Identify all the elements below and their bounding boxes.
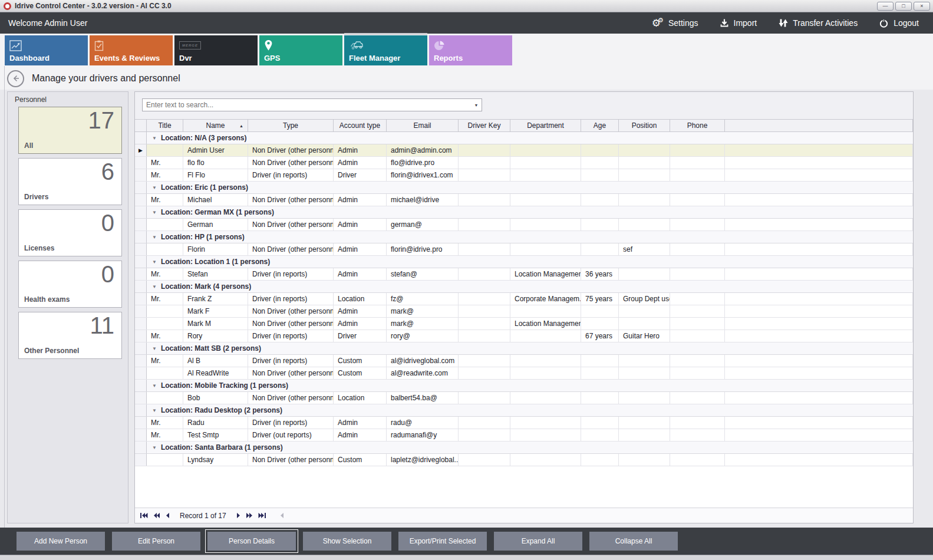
cell-title [147,367,183,379]
edit-person-button[interactable]: Edit Person [112,532,200,551]
personnel-card-drivers[interactable]: 6Drivers [18,158,122,205]
cell-department [510,194,581,206]
column-header-account-type[interactable]: Account type [334,120,387,131]
nav-prev-button[interactable] [166,512,170,519]
maximize-button[interactable]: □ [895,2,912,11]
column-header-title[interactable]: Title [147,120,183,131]
merge-logo-icon: MERGE [179,41,201,50]
table-row[interactable]: Mr.flo floNon Driver (other personnel)Ad… [135,157,913,169]
nav-tile-dvr[interactable]: MERGEDvr [174,35,258,65]
cell-filler [725,157,913,169]
table-row[interactable]: GermanNon Driver (other personnel)Adming… [135,219,913,231]
nav-next-button[interactable] [236,512,240,519]
row-indicator-gutter [135,442,147,453]
personnel-grid: TitleName▲TypeAccount typeEmailDriver Ke… [135,119,913,508]
menu-action-logout[interactable]: Logout [879,18,919,28]
personnel-card-health-exams[interactable]: 0Health exams [18,261,122,308]
cell-title [147,454,183,466]
nav-tile-fleet-manager[interactable]: Fleet Manager [344,35,427,65]
cell-department [510,144,581,156]
personnel-card-licenses[interactable]: 0Licenses [18,209,122,256]
close-button[interactable]: × [914,2,930,11]
group-row[interactable]: ▼Location: Eric (1 persons) [135,182,913,194]
nav-prev-page-button[interactable] [153,512,160,519]
menu-actions: ⚙⚙SettingsImportTransfer ActivitiesLogou… [652,18,933,28]
cell-age [581,194,619,206]
minimize-button[interactable]: — [877,2,894,11]
group-label: Location: HP (1 persons) [161,231,245,243]
row-indicator-gutter [135,243,147,255]
table-row[interactable]: Mark FNon Driver (other personnel)Adminm… [135,305,913,318]
nav-tile-gps[interactable]: GPS [259,35,342,65]
nav-next-page-button[interactable] [246,512,253,519]
back-arrow-icon [11,74,21,83]
cell-account-type: Admin [334,305,387,317]
nav-tile-events[interactable]: Events & Reviews [90,35,173,65]
group-row[interactable]: ▼Location: Santa Barbara (1 persons) [135,442,913,454]
table-row[interactable]: Mr.Al BDriver (in reports)Customal@idriv… [135,355,913,367]
hscroll-left-button[interactable] [280,512,284,519]
group-row[interactable]: ▼Location: Mobile Tracking (1 persons) [135,380,913,392]
cell-type: Driver (in reports) [248,330,334,342]
table-row[interactable]: Mark MNon Driver (other personnel)Adminm… [135,318,913,330]
cell-name: Mark M [183,318,248,330]
menu-action-transfer[interactable]: Transfer Activities [778,18,858,28]
cell-department [510,330,581,342]
column-header-driver-key[interactable]: Driver Key [459,120,510,131]
group-row[interactable]: ▼Location: German MX (1 persons) [135,206,913,219]
search-dropdown-arrow-icon[interactable]: ▼ [471,99,482,111]
nav-tile-reports[interactable]: Reports [429,35,512,65]
column-header-type[interactable]: Type [248,120,334,131]
cell-type: Non Driver (other personnel) [248,219,334,230]
table-row[interactable]: Mr.Fl FloDriver (in reports)Driverflorin… [135,169,913,182]
table-row[interactable]: Mr.StefanDriver (in reports)Adminstefan@… [135,268,913,281]
group-row[interactable]: ▼Location: N/A (3 persons) [135,132,913,144]
column-header-age[interactable]: Age [581,120,619,131]
collapse-all-button[interactable]: Collapse All [589,532,678,551]
cell-phone [670,293,725,305]
table-row[interactable]: FlorinNon Driver (other personnel)Adminf… [135,243,913,256]
table-row[interactable]: Mr.RoryDriver (in reports)Driverrory@67 … [135,330,913,342]
table-row[interactable]: Mr.MichaelNon Driver (other personnel)Ad… [135,194,913,206]
person-details-button[interactable]: Person Details [207,532,296,551]
cell-position [619,355,670,367]
show-selection-button[interactable]: Show Selection [303,532,391,551]
group-row[interactable]: ▼Location: Matt SB (2 persons) [135,342,913,355]
add-new-person-button[interactable]: Add New Person [17,532,105,551]
table-row[interactable]: Al ReadWriteNon Driver (other personnel)… [135,367,913,380]
table-row[interactable]: LyndsayNon Driver (other personnel)Custo… [135,454,913,466]
menu-action-settings[interactable]: ⚙⚙Settings [652,18,698,28]
cell-phone [670,268,725,280]
group-row[interactable]: ▼Location: Location 1 (1 persons) [135,256,913,268]
cell-name: flo flo [183,157,248,169]
personnel-card-all[interactable]: 17All [18,107,122,154]
back-button[interactable] [7,70,24,87]
cell-type: Non Driver (other personnel) [248,157,334,169]
nav-tile-dashboard[interactable]: Dashboard [5,35,88,65]
table-row[interactable]: Mr.Test SmtpDriver (out reports)Adminrad… [135,429,913,442]
cell-department [510,429,581,441]
column-header-name[interactable]: Name▲ [183,120,248,131]
table-row[interactable]: ▶Admin UserNon Driver (other personnel)A… [135,144,913,157]
nav-last-button[interactable] [258,512,266,519]
column-header-department[interactable]: Department [510,120,581,131]
column-header-position[interactable]: Position [619,120,670,131]
table-row[interactable]: Mr.Frank ZDriver (in reports)Locationfz@… [135,293,913,305]
export-print-selected-button[interactable]: Export/Print Selected [398,532,487,551]
column-header-phone[interactable]: Phone [670,120,725,131]
cell-driver-key [459,243,510,255]
group-row[interactable]: ▼Location: HP (1 persons) [135,231,913,243]
personnel-card-other-personnel[interactable]: 11Other Personnel [18,312,122,359]
group-row[interactable]: ▼Location: Mark (4 persons) [135,281,913,293]
expand-all-button[interactable]: Expand All [494,532,582,551]
table-row[interactable]: Mr.RaduDriver (in reports)Adminradu@ [135,417,913,429]
pie-chart-icon [434,39,445,52]
table-row[interactable]: BobNon Driver (other personnel)Locationb… [135,392,913,404]
left-splitter[interactable] [4,66,5,528]
group-row[interactable]: ▼Location: Radu Desktop (2 persons) [135,404,913,417]
cell-title [147,305,183,317]
menu-action-import[interactable]: Import [720,18,757,28]
search-input[interactable] [143,99,471,111]
column-header-email[interactable]: Email [387,120,459,131]
nav-first-button[interactable] [140,512,148,519]
